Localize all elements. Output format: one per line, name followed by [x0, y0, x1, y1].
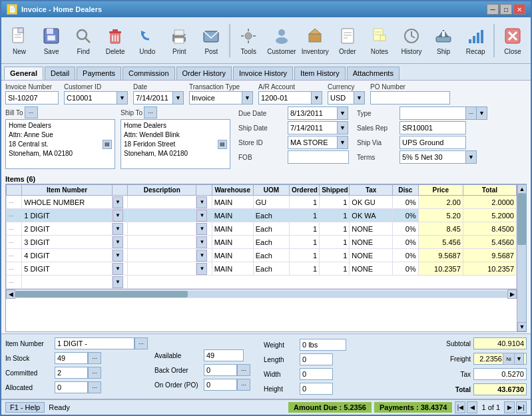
minimize-button[interactable]: ─ — [487, 4, 499, 15]
vscroll-track[interactable] — [517, 194, 526, 322]
disc-cell[interactable]: 0% — [392, 249, 418, 262]
table-row[interactable]: ··· 2 DIGIT ▼ ▼ MAIN Each 1 1 NONE 0% 8.… — [7, 222, 517, 236]
nav-first[interactable]: |◀ — [455, 401, 465, 413]
tax-cell[interactable]: NONE — [350, 262, 393, 276]
maximize-button[interactable]: □ — [500, 4, 512, 15]
bill-to-side-btn[interactable]: ▤ — [103, 140, 112, 149]
vscroll-down[interactable]: ▼ — [517, 322, 527, 331]
store-id-dropdown[interactable]: ▼ — [338, 136, 348, 149]
uom-cell[interactable]: Each — [253, 249, 289, 262]
uom-cell[interactable]: Each — [253, 222, 289, 236]
item-number-cell[interactable]: 3 DIGIT — [22, 236, 113, 249]
length-input[interactable] — [300, 353, 333, 365]
committed-btn[interactable]: ··· — [88, 367, 101, 379]
nav-last[interactable]: ▶| — [516, 401, 527, 413]
available-input[interactable] — [204, 349, 244, 361]
bill-to-ellipsis[interactable]: ··· — [25, 106, 38, 118]
empty-dd-cell[interactable]: ▼ — [112, 276, 127, 289]
shipped-cell[interactable]: 1 — [320, 196, 350, 209]
item-number-detail-input[interactable] — [55, 337, 134, 349]
item-dd-cell[interactable]: ▼ — [112, 209, 127, 222]
table-row[interactable]: ··· 3 DIGIT ▼ ▼ MAIN Each 1 1 NONE 0% 5.… — [7, 236, 517, 249]
due-date-dropdown[interactable]: ▼ — [338, 106, 348, 120]
price-cell[interactable]: 5.456 — [418, 236, 463, 249]
desc-dd-cell[interactable]: ▼ — [196, 196, 212, 209]
tab-commission[interactable]: Commission — [123, 67, 175, 80]
allocated-btn[interactable]: ··· — [88, 381, 101, 393]
ship-via-input[interactable] — [399, 136, 466, 149]
price-cell[interactable]: 8.45 — [418, 222, 463, 236]
delete-button[interactable]: Delete — [100, 20, 131, 61]
desc-cell[interactable] — [128, 249, 196, 262]
item-number-cell[interactable]: WHOLE NUMBER — [22, 196, 113, 209]
item-number-ellipsis[interactable]: ··· — [134, 337, 148, 349]
terms-dropdown[interactable]: ▼ — [466, 150, 477, 164]
terms-input[interactable] — [399, 150, 466, 164]
ar-account-input[interactable] — [258, 91, 312, 104]
price-cell[interactable]: 9.5687 — [418, 249, 463, 262]
tax-cell[interactable]: OK WA — [350, 209, 393, 222]
ordered-cell[interactable]: 1 — [289, 209, 319, 222]
ordered-cell[interactable]: 1 — [289, 262, 319, 276]
date-input[interactable] — [133, 91, 173, 104]
new-button[interactable]: New — [4, 20, 35, 61]
desc-dd-cell[interactable]: ▼ — [196, 209, 212, 222]
nav-prev[interactable]: ◀ — [467, 401, 477, 413]
item-dd-cell[interactable]: ▼ — [112, 222, 127, 236]
tab-payments[interactable]: Payments — [77, 67, 121, 80]
shipped-cell[interactable]: 1 — [320, 262, 350, 276]
post-button[interactable]: Post — [196, 20, 226, 61]
item-number-cell[interactable]: 5 DIGIT — [22, 262, 113, 276]
close-button[interactable]: ✕ — [513, 4, 525, 15]
due-date-input[interactable] — [288, 106, 338, 120]
warehouse-cell[interactable]: MAIN — [212, 222, 253, 236]
store-id-input[interactable] — [288, 136, 338, 149]
allocated-input[interactable] — [55, 381, 88, 393]
freight-ni-btn[interactable]: Ni — [503, 353, 515, 365]
uom-cell[interactable]: Each — [253, 209, 289, 222]
vscroll-up[interactable]: ▲ — [517, 184, 527, 194]
invoice-number-input[interactable] — [5, 91, 59, 104]
desc-cell[interactable] — [128, 262, 196, 276]
undo-button[interactable]: Undo — [132, 20, 162, 61]
desc-cell[interactable] — [128, 196, 196, 209]
ship-date-dropdown[interactable]: ▼ — [338, 121, 348, 134]
total-cell[interactable]: 2.0000 — [463, 196, 516, 209]
weight-input[interactable] — [300, 339, 346, 351]
ordered-cell[interactable]: 1 — [289, 196, 319, 209]
item-dd-cell[interactable]: ▼ — [112, 196, 127, 209]
table-row[interactable]: ··· 4 DIGIT ▼ ▼ MAIN Each 1 1 NONE 0% 9.… — [7, 249, 517, 262]
warehouse-cell[interactable]: MAIN — [212, 196, 253, 209]
price-cell[interactable]: 5.20 — [418, 209, 463, 222]
desc-dd-cell[interactable]: ▼ — [196, 236, 212, 249]
back-order-btn[interactable]: ··· — [237, 364, 250, 376]
warehouse-cell[interactable]: MAIN — [212, 262, 253, 276]
tab-item-history[interactable]: Item History — [294, 67, 346, 80]
type-dropdown[interactable]: ▼ — [477, 106, 487, 120]
hscroll-track[interactable] — [15, 291, 507, 298]
uom-cell[interactable]: GU — [253, 196, 289, 209]
h-scrollbar[interactable]: ◀ ▶ — [6, 289, 517, 298]
history-button[interactable]: History — [396, 20, 427, 61]
help-button[interactable]: F1 - Help — [5, 402, 45, 413]
committed-input[interactable] — [55, 367, 88, 379]
total-cell[interactable]: 5.2000 — [463, 209, 516, 222]
tax-cell[interactable]: NONE — [350, 249, 393, 262]
item-number-cell[interactable]: 1 DIGIT — [22, 209, 113, 222]
ordered-cell[interactable]: 1 — [289, 236, 319, 249]
close-window-button[interactable]: Close — [497, 20, 528, 61]
back-order-input[interactable] — [204, 364, 237, 376]
date-dropdown[interactable]: ▼ — [173, 91, 184, 104]
item-dd-cell[interactable]: ▼ — [112, 262, 127, 276]
desc-dd-cell[interactable]: ▼ — [196, 262, 212, 276]
ordered-cell[interactable]: 1 — [289, 249, 319, 262]
disc-cell[interactable]: 0% — [392, 236, 418, 249]
disc-cell[interactable]: 0% — [392, 222, 418, 236]
fob-input[interactable] — [288, 150, 349, 164]
save-button[interactable]: Save — [36, 20, 67, 61]
find-button[interactable]: Find — [68, 20, 99, 61]
tax-cell[interactable]: NONE — [350, 236, 393, 249]
inventory-button[interactable]: Inventory — [300, 20, 331, 61]
in-stock-btn[interactable]: ··· — [88, 352, 101, 364]
order-button[interactable]: Order — [332, 20, 363, 61]
